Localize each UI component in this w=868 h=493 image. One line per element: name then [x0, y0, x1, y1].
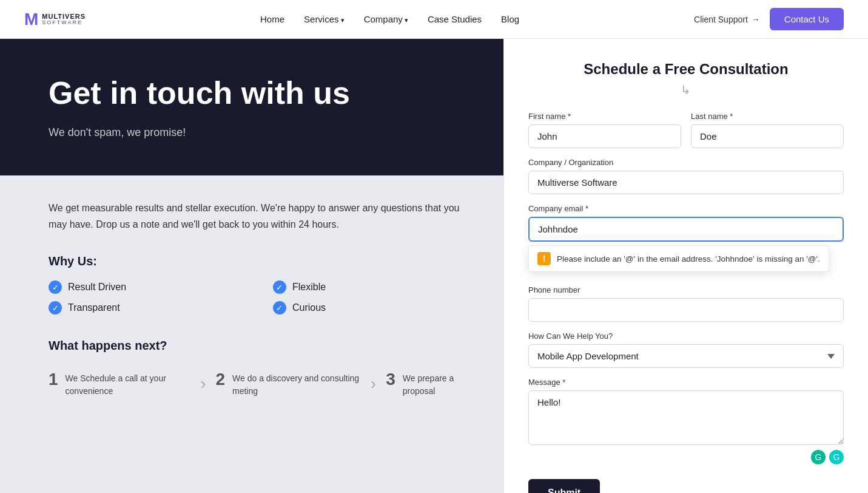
steps-row: 1 We Schedule a call at your convenience… — [49, 370, 473, 398]
step-1: 1 We Schedule a call at your convenience — [49, 370, 190, 398]
why-us-item-curious: ✓ Curious — [273, 301, 473, 314]
step-1-text: We Schedule a call at your convenience — [66, 370, 191, 398]
tooltip-text: Please include an '@' in the email addre… — [557, 254, 820, 264]
message-group: Message * Hello! G G — [528, 378, 844, 464]
help-group: How Can We Help You? Mobile App Developm… — [528, 332, 844, 368]
info-description: We get measurable results and stellar ex… — [49, 200, 461, 233]
name-row: First name * Last name * — [528, 112, 844, 148]
nav-right: Client Support Contact Us — [694, 8, 844, 30]
left-panel: Get in touch with us We don't spam, we p… — [0, 39, 503, 493]
form-title: Schedule a Free Consultation — [528, 61, 844, 78]
nav-company[interactable]: Company — [364, 14, 408, 24]
hero-section: Get in touch with us We don't spam, we p… — [0, 39, 503, 175]
last-name-group: Last name * — [691, 112, 844, 148]
company-group: Company / Organization — [528, 158, 844, 194]
why-us-label-flexible: Flexible — [292, 282, 326, 293]
first-name-group: First name * — [528, 112, 681, 148]
nav-links: Home Services Company Case Studies Blog — [260, 14, 519, 24]
form-panel: Schedule a Free Consultation ↳ First nam… — [503, 39, 868, 493]
step-3-num: 3 — [386, 370, 395, 389]
contact-button[interactable]: Contact Us — [770, 8, 844, 30]
email-group: Company email * ! Please include an '@' … — [528, 204, 844, 242]
email-tooltip: ! Please include an '@' in the email add… — [528, 245, 829, 272]
why-us-item-transparent: ✓ Transparent — [49, 301, 249, 314]
step-3-text: We prepare a proposal — [403, 370, 473, 398]
grammarly-green-icon: G — [811, 450, 826, 464]
last-name-input[interactable] — [691, 124, 844, 148]
help-select[interactable]: Mobile App Development Web Development C… — [528, 344, 844, 368]
step-2-num: 2 — [215, 370, 225, 389]
step-arrow-1: › — [200, 374, 206, 393]
submit-button[interactable]: Submit — [528, 479, 600, 493]
step-arrow-2: › — [371, 374, 376, 393]
phone-group: Phone number — [528, 285, 844, 322]
grammarly-icons: G G — [528, 450, 844, 464]
nav-blog[interactable]: Blog — [501, 14, 519, 24]
why-us-label-result: Result Driven — [68, 282, 126, 293]
last-name-label: Last name * — [691, 112, 844, 121]
nav-services[interactable]: Services — [304, 14, 345, 24]
nav-case-studies[interactable]: Case Studies — [428, 14, 482, 24]
what-next-title: What happens next? — [49, 339, 473, 353]
navbar: M MULTIVERS SOFTWARE Home Services Compa… — [0, 0, 868, 39]
phone-label: Phone number — [528, 285, 844, 294]
check-icon-curious: ✓ — [273, 301, 286, 314]
company-input[interactable] — [528, 171, 844, 194]
tooltip-warning-icon: ! — [537, 252, 551, 265]
step-3: 3 We prepare a proposal — [386, 370, 473, 398]
why-us-title: Why Us: — [49, 254, 473, 268]
first-name-input[interactable] — [528, 124, 681, 148]
email-input[interactable] — [528, 217, 844, 242]
message-input[interactable]: Hello! — [528, 390, 844, 445]
nav-home[interactable]: Home — [260, 14, 284, 24]
why-us-label-transparent: Transparent — [68, 302, 120, 313]
form-arrow-icon: ↳ — [528, 83, 844, 97]
logo-icon: M — [24, 10, 37, 29]
hero-title: Get in touch with us — [49, 75, 473, 112]
why-us-item-result: ✓ Result Driven — [49, 280, 249, 294]
company-label: Company / Organization — [528, 158, 844, 167]
phone-input[interactable] — [528, 298, 844, 322]
step-2: 2 We do a discovery and consulting metin… — [215, 370, 360, 398]
why-us-grid: ✓ Result Driven ✓ Flexible ✓ Transparent… — [49, 280, 473, 314]
logo[interactable]: M MULTIVERS SOFTWARE — [24, 10, 86, 29]
client-support-link[interactable]: Client Support — [694, 15, 760, 24]
step-2-text: We do a discovery and consulting meting — [232, 370, 361, 398]
step-1-num: 1 — [49, 370, 58, 389]
why-us-label-curious: Curious — [292, 302, 326, 313]
first-name-label: First name * — [528, 112, 681, 121]
message-label: Message * — [528, 378, 844, 387]
check-icon-transparent: ✓ — [49, 301, 62, 314]
page-content: Get in touch with us We don't spam, we p… — [0, 39, 868, 493]
logo-text: MULTIVERS SOFTWARE — [42, 13, 86, 26]
check-icon-flexible: ✓ — [273, 280, 286, 294]
why-us-item-flexible: ✓ Flexible — [273, 280, 473, 294]
hero-subtitle: We don't spam, we promise! — [49, 126, 473, 139]
help-label: How Can We Help You? — [528, 332, 844, 341]
info-section: We get measurable results and stellar ex… — [0, 175, 503, 493]
email-label: Company email * — [528, 204, 844, 213]
check-icon-result: ✓ — [49, 280, 62, 294]
grammarly-teal-icon: G — [829, 450, 844, 464]
